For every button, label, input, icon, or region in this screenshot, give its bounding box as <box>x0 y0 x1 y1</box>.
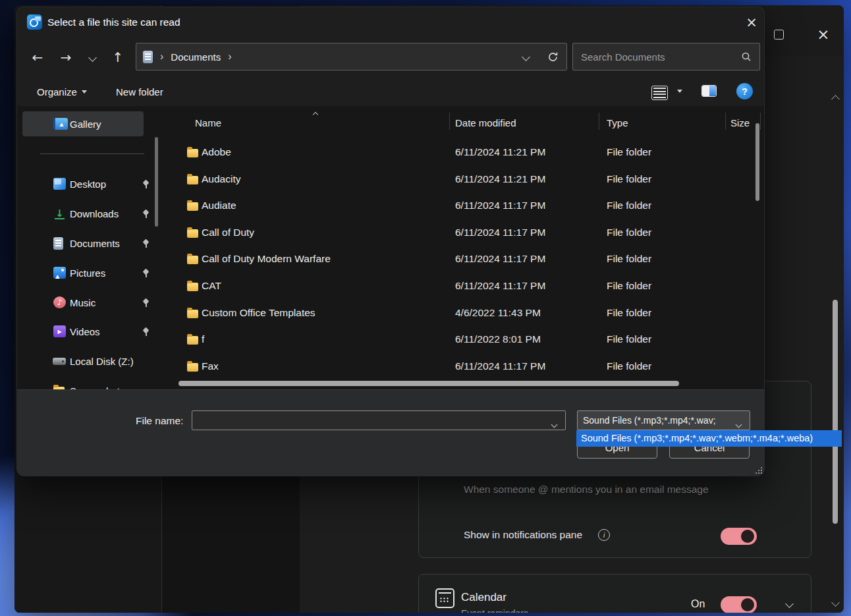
list-scrollbar-thumb[interactable] <box>755 123 759 201</box>
sidebar-item-desktop[interactable]: Desktop <box>22 172 144 196</box>
sort-ascending-icon <box>314 107 317 119</box>
file-type-dropdown-icon[interactable] <box>736 418 741 430</box>
sidebar-item-music[interactable]: ♪ Music <box>22 291 144 314</box>
file-row[interactable]: Audacity6/11/2024 11:21 PMFile folder <box>167 167 759 194</box>
organize-label: Organize <box>37 86 77 98</box>
file-row[interactable]: Fax6/11/2024 11:17 PMFile folder <box>167 354 759 381</box>
help-button[interactable]: ? <box>736 83 753 99</box>
preview-pane-icon[interactable] <box>701 85 717 97</box>
file-row[interactable]: Call of Duty6/11/2024 11:17 PMFile folde… <box>167 220 759 247</box>
file-name-dropdown-icon[interactable] <box>552 418 557 430</box>
file-picker-dialog: Select a file this site can read × ← → ↑… <box>16 7 765 476</box>
file-type-option-highlighted[interactable]: Sound Files (*.mp3;*.mp4;*.wav;*.webm;*.… <box>576 430 842 447</box>
dialog-title: Select a file this site can read <box>47 7 180 38</box>
gallery-icon: ▲ <box>53 118 68 130</box>
sidebar-item-videos[interactable]: ▶ Videos <box>22 320 144 343</box>
pin-icon <box>142 239 150 248</box>
column-header-type[interactable]: Type <box>607 111 628 134</box>
address-bar[interactable]: › Documents › <box>136 43 567 70</box>
folder-icon <box>187 336 198 345</box>
settings-scrollbar-thumb[interactable] <box>833 300 838 524</box>
sidebar-item-label: Documents <box>70 238 120 249</box>
new-folder-label: New folder <box>116 86 163 98</box>
sidebar-item-gallery[interactable]: ▲ Gallery <box>22 111 144 136</box>
window-close-button[interactable]: × <box>809 21 838 47</box>
sidebar-item-label: Music <box>70 297 96 308</box>
notifications-toggle[interactable] <box>721 528 757 545</box>
back-button[interactable]: ← <box>25 38 50 77</box>
sidebar-item-documents[interactable]: Documents <box>22 231 144 255</box>
column-divider[interactable] <box>725 113 726 130</box>
sidebar-item-local-disk[interactable]: Local Disk (Z:) <box>22 349 144 373</box>
window-restore-button[interactable] <box>764 21 793 47</box>
file-row[interactable]: Call of Duty Modern Warfare6/11/2024 11:… <box>167 246 759 273</box>
new-folder-button[interactable]: New folder <box>116 77 163 106</box>
file-row[interactable]: f6/11/2022 8:01 PMFile folder <box>167 327 759 354</box>
organize-button[interactable]: Organize <box>37 77 87 106</box>
navigation-bar: ← → ↑ › Documents › <box>17 38 764 77</box>
music-icon: ♪ <box>53 296 66 308</box>
chevron-down-icon[interactable] <box>785 600 794 608</box>
sidebar-scrollbar-thumb[interactable] <box>155 137 158 227</box>
back-icon: ← <box>32 49 43 65</box>
folder-icon <box>187 176 198 184</box>
restore-icon <box>774 30 784 40</box>
pin-icon <box>142 180 150 188</box>
column-header-date[interactable]: Date modified <box>455 111 516 134</box>
chevron-down-icon <box>88 53 97 62</box>
search-input[interactable] <box>573 51 741 63</box>
folder-icon <box>187 363 198 372</box>
documents-icon <box>53 237 63 250</box>
info-icon[interactable]: i <box>598 529 610 541</box>
pin-icon <box>142 298 150 307</box>
file-row[interactable]: CAT6/11/2024 11:17 PMFile folder <box>167 273 759 300</box>
mentions-description: When someone @ mentions you in an email … <box>464 484 709 495</box>
up-button[interactable]: ↑ <box>105 38 130 77</box>
pin-icon <box>142 210 150 218</box>
file-row[interactable]: Adobe6/11/2024 11:21 PMFile folder <box>167 140 759 167</box>
dialog-close-button[interactable]: × <box>742 13 761 32</box>
search-box[interactable] <box>572 43 760 70</box>
details-view-icon[interactable] <box>651 86 668 100</box>
folder-icon <box>187 202 198 211</box>
file-type-select[interactable]: Sound Files (*.mp3;*.mp4;*.wav; <box>577 410 750 430</box>
up-icon: ↑ <box>113 49 124 65</box>
folder-icon <box>187 283 198 291</box>
recent-locations-button[interactable] <box>80 38 105 77</box>
file-name-label: File name: <box>136 415 183 427</box>
folder-icon <box>187 310 198 318</box>
folder-icon <box>187 229 198 238</box>
breadcrumb-separator: › <box>160 51 163 63</box>
forward-button[interactable]: → <box>53 38 78 77</box>
breadcrumb-documents[interactable]: Documents <box>171 51 221 63</box>
close-icon: × <box>746 14 757 30</box>
column-header-size[interactable]: Size <box>730 111 750 134</box>
calendar-toggle[interactable] <box>721 596 757 613</box>
desktop-icon <box>53 178 66 190</box>
column-divider[interactable] <box>599 113 599 130</box>
resize-grip[interactable] <box>755 466 762 474</box>
outlook-app-icon <box>27 14 42 30</box>
column-header-name[interactable]: Name <box>195 111 221 134</box>
file-row[interactable]: Custom Office Templates4/6/2022 11:43 PM… <box>167 300 759 327</box>
dialog-titlebar[interactable]: Select a file this site can read × <box>17 7 764 38</box>
pin-icon <box>142 327 150 336</box>
refresh-icon[interactable] <box>547 51 559 63</box>
address-dropdown-icon[interactable] <box>522 53 530 61</box>
column-divider[interactable] <box>449 113 450 130</box>
sidebar-item-label: Desktop <box>70 179 106 190</box>
sidebar-item-label: Local Disk (Z:) <box>70 356 134 367</box>
file-name-input[interactable] <box>192 410 566 430</box>
sidebar-item-pictures[interactable]: ▲ Pictures <box>22 261 144 285</box>
downloads-icon: ↓ <box>53 208 66 219</box>
view-options-caret-icon[interactable] <box>677 90 682 93</box>
help-icon: ? <box>742 86 748 97</box>
calendar-title: Calendar <box>461 591 507 604</box>
file-row[interactable]: Audiate6/11/2024 11:17 PMFile folder <box>167 193 759 220</box>
calendar-subtitle: Event reminders <box>461 608 528 613</box>
notifications-pane-label: Show in notifications pane <box>464 529 582 541</box>
search-icon <box>741 51 752 62</box>
sidebar-item-downloads[interactable]: ↓ Downloads <box>22 202 144 225</box>
column-divider[interactable] <box>760 113 761 130</box>
horizontal-scrollbar-thumb[interactable] <box>178 381 679 386</box>
